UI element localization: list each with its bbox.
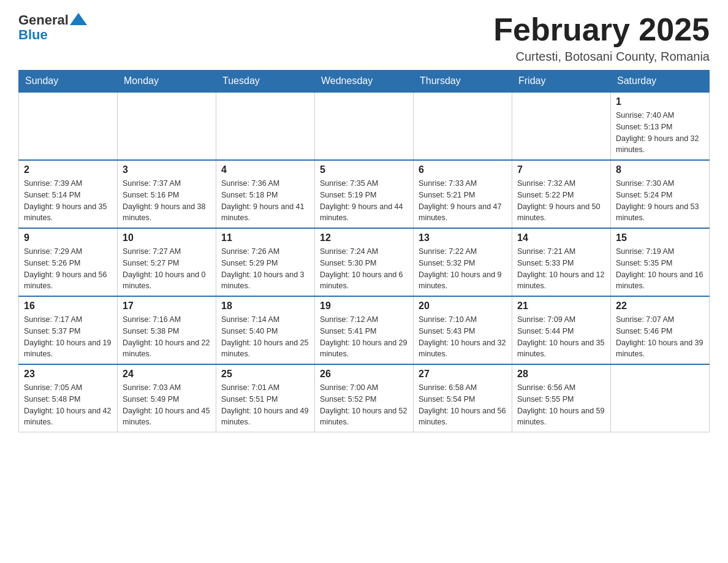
col-friday: Friday: [512, 71, 611, 93]
day-info: Sunrise: 7:01 AMSunset: 5:51 PMDaylight:…: [221, 382, 309, 428]
calendar-cell: 25Sunrise: 7:01 AMSunset: 5:51 PMDayligh…: [216, 364, 315, 432]
day-info: Sunrise: 7:19 AMSunset: 5:35 PMDaylight:…: [616, 246, 704, 292]
col-sunday: Sunday: [19, 71, 118, 93]
calendar-cell: 2Sunrise: 7:39 AMSunset: 5:14 PMDaylight…: [19, 160, 118, 228]
calendar-cell: 20Sunrise: 7:10 AMSunset: 5:43 PMDayligh…: [414, 296, 512, 364]
calendar-cell: 4Sunrise: 7:36 AMSunset: 5:18 PMDaylight…: [216, 160, 315, 228]
calendar-cell: [512, 92, 611, 160]
calendar-header-row: Sunday Monday Tuesday Wednesday Thursday…: [19, 71, 710, 93]
day-number: 9: [24, 232, 112, 243]
day-info: Sunrise: 7:22 AMSunset: 5:32 PMDaylight:…: [419, 246, 507, 292]
day-number: 24: [123, 369, 211, 380]
day-number: 17: [123, 301, 211, 312]
day-info: Sunrise: 7:07 AMSunset: 5:46 PMDaylight:…: [616, 314, 704, 360]
calendar-cell: 14Sunrise: 7:21 AMSunset: 5:33 PMDayligh…: [512, 228, 611, 296]
day-number: 19: [320, 301, 408, 312]
day-info: Sunrise: 7:32 AMSunset: 5:22 PMDaylight:…: [517, 178, 605, 224]
calendar-week-2: 2Sunrise: 7:39 AMSunset: 5:14 PMDaylight…: [19, 160, 710, 228]
day-number: 4: [221, 164, 309, 175]
page-header: General Blue February 2025 Curtesti, Bot…: [18, 12, 710, 64]
calendar-cell: 7Sunrise: 7:32 AMSunset: 5:22 PMDaylight…: [512, 160, 611, 228]
day-number: 7: [517, 164, 605, 175]
day-number: 14: [517, 232, 605, 243]
day-info: Sunrise: 7:03 AMSunset: 5:49 PMDaylight:…: [123, 382, 211, 428]
col-wednesday: Wednesday: [315, 71, 414, 93]
day-number: 6: [419, 164, 507, 175]
calendar-cell: 28Sunrise: 6:56 AMSunset: 5:55 PMDayligh…: [512, 364, 611, 432]
calendar-cell: 21Sunrise: 7:09 AMSunset: 5:44 PMDayligh…: [512, 296, 611, 364]
calendar-week-5: 23Sunrise: 7:05 AMSunset: 5:48 PMDayligh…: [19, 364, 710, 432]
calendar-cell: [216, 92, 315, 160]
calendar-cell: [118, 92, 216, 160]
calendar-cell: 12Sunrise: 7:24 AMSunset: 5:30 PMDayligh…: [315, 228, 414, 296]
calendar-cell: 9Sunrise: 7:29 AMSunset: 5:26 PMDaylight…: [19, 228, 118, 296]
calendar-cell: 19Sunrise: 7:12 AMSunset: 5:41 PMDayligh…: [315, 296, 414, 364]
calendar-cell: 17Sunrise: 7:16 AMSunset: 5:38 PMDayligh…: [118, 296, 216, 364]
day-info: Sunrise: 7:09 AMSunset: 5:44 PMDaylight:…: [517, 314, 605, 360]
calendar-cell: 27Sunrise: 6:58 AMSunset: 5:54 PMDayligh…: [414, 364, 512, 432]
day-number: 13: [419, 232, 507, 243]
calendar-cell: 24Sunrise: 7:03 AMSunset: 5:49 PMDayligh…: [118, 364, 216, 432]
day-number: 20: [419, 301, 507, 312]
day-info: Sunrise: 7:17 AMSunset: 5:37 PMDaylight:…: [24, 314, 112, 360]
day-info: Sunrise: 7:05 AMSunset: 5:48 PMDaylight:…: [24, 382, 112, 428]
logo-triangle-icon: [70, 13, 87, 25]
calendar-cell: 26Sunrise: 7:00 AMSunset: 5:52 PMDayligh…: [315, 364, 414, 432]
calendar-cell: 15Sunrise: 7:19 AMSunset: 5:35 PMDayligh…: [611, 228, 710, 296]
calendar-cell: 16Sunrise: 7:17 AMSunset: 5:37 PMDayligh…: [19, 296, 118, 364]
day-number: 15: [616, 232, 704, 243]
day-number: 21: [517, 301, 605, 312]
day-info: Sunrise: 7:10 AMSunset: 5:43 PMDaylight:…: [419, 314, 507, 360]
day-number: 25: [221, 369, 309, 380]
calendar-cell: 22Sunrise: 7:07 AMSunset: 5:46 PMDayligh…: [611, 296, 710, 364]
calendar-week-3: 9Sunrise: 7:29 AMSunset: 5:26 PMDaylight…: [19, 228, 710, 296]
day-info: Sunrise: 7:33 AMSunset: 5:21 PMDaylight:…: [419, 178, 507, 224]
day-info: Sunrise: 7:00 AMSunset: 5:52 PMDaylight:…: [320, 382, 408, 428]
day-number: 3: [123, 164, 211, 175]
day-number: 16: [24, 301, 112, 312]
day-number: 8: [616, 164, 704, 175]
day-number: 22: [616, 301, 704, 312]
day-info: Sunrise: 7:39 AMSunset: 5:14 PMDaylight:…: [24, 178, 112, 224]
day-number: 11: [221, 232, 309, 243]
day-number: 10: [123, 232, 211, 243]
day-number: 27: [419, 369, 507, 380]
day-info: Sunrise: 6:58 AMSunset: 5:54 PMDaylight:…: [419, 382, 507, 428]
calendar-cell: 11Sunrise: 7:26 AMSunset: 5:29 PMDayligh…: [216, 228, 315, 296]
calendar-cell: [315, 92, 414, 160]
calendar-table: Sunday Monday Tuesday Wednesday Thursday…: [18, 70, 710, 432]
col-monday: Monday: [118, 71, 216, 93]
logo-blue-text: Blue: [18, 27, 48, 43]
day-info: Sunrise: 6:56 AMSunset: 5:55 PMDaylight:…: [517, 382, 605, 428]
day-info: Sunrise: 7:35 AMSunset: 5:19 PMDaylight:…: [320, 178, 408, 224]
calendar-cell: [611, 364, 710, 432]
col-tuesday: Tuesday: [216, 71, 315, 93]
day-info: Sunrise: 7:14 AMSunset: 5:40 PMDaylight:…: [221, 314, 309, 360]
calendar-week-4: 16Sunrise: 7:17 AMSunset: 5:37 PMDayligh…: [19, 296, 710, 364]
day-info: Sunrise: 7:30 AMSunset: 5:24 PMDaylight:…: [616, 178, 704, 224]
day-info: Sunrise: 7:12 AMSunset: 5:41 PMDaylight:…: [320, 314, 408, 360]
day-info: Sunrise: 7:26 AMSunset: 5:29 PMDaylight:…: [221, 246, 309, 292]
day-info: Sunrise: 7:27 AMSunset: 5:27 PMDaylight:…: [123, 246, 211, 292]
day-info: Sunrise: 7:29 AMSunset: 5:26 PMDaylight:…: [24, 246, 112, 292]
calendar-cell: 10Sunrise: 7:27 AMSunset: 5:27 PMDayligh…: [118, 228, 216, 296]
day-number: 5: [320, 164, 408, 175]
day-info: Sunrise: 7:40 AMSunset: 5:13 PMDaylight:…: [616, 110, 704, 156]
logo-general-text: General: [18, 12, 69, 28]
logo: General Blue: [18, 12, 87, 43]
day-number: 1: [616, 96, 704, 107]
day-info: Sunrise: 7:16 AMSunset: 5:38 PMDaylight:…: [123, 314, 211, 360]
month-title: February 2025: [493, 12, 710, 47]
calendar-week-1: 1Sunrise: 7:40 AMSunset: 5:13 PMDaylight…: [19, 92, 710, 160]
day-number: 18: [221, 301, 309, 312]
calendar-cell: 23Sunrise: 7:05 AMSunset: 5:48 PMDayligh…: [19, 364, 118, 432]
col-saturday: Saturday: [611, 71, 710, 93]
day-info: Sunrise: 7:36 AMSunset: 5:18 PMDaylight:…: [221, 178, 309, 224]
day-info: Sunrise: 7:24 AMSunset: 5:30 PMDaylight:…: [320, 246, 408, 292]
day-number: 2: [24, 164, 112, 175]
calendar-cell: 18Sunrise: 7:14 AMSunset: 5:40 PMDayligh…: [216, 296, 315, 364]
day-number: 26: [320, 369, 408, 380]
calendar-cell: 13Sunrise: 7:22 AMSunset: 5:32 PMDayligh…: [414, 228, 512, 296]
calendar-cell: 6Sunrise: 7:33 AMSunset: 5:21 PMDaylight…: [414, 160, 512, 228]
day-number: 23: [24, 369, 112, 380]
